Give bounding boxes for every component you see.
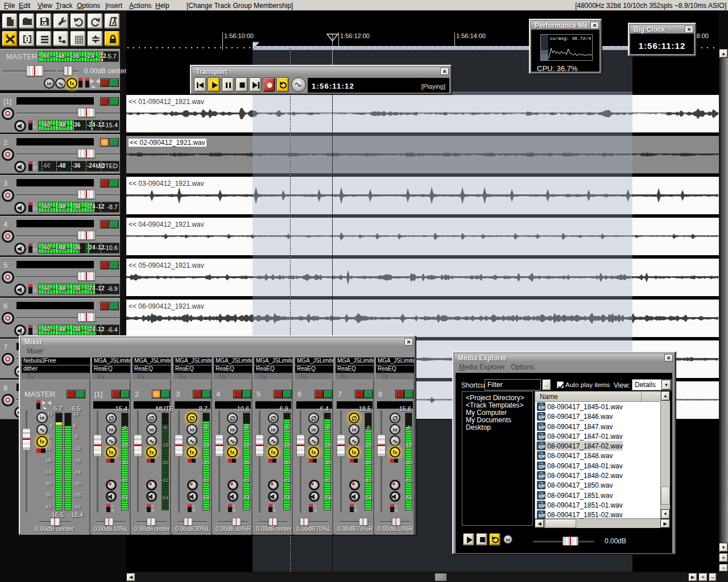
svg-text:XM: XM — [538, 513, 545, 518]
svg-text:XM: XM — [538, 464, 545, 469]
svg-text:XM: XM — [538, 473, 545, 479]
svg-text:XM: XM — [538, 454, 545, 459]
svg-text:XM: XM — [538, 425, 545, 430]
svg-text:XM: XM — [538, 444, 545, 449]
svg-text:XM: XM — [538, 414, 545, 419]
svg-text:XM: XM — [538, 405, 545, 410]
svg-text:XM: XM — [538, 483, 545, 488]
svg-text:XM: XM — [538, 493, 545, 498]
svg-text:XM: XM — [538, 434, 545, 439]
svg-text:XM: XM — [538, 503, 545, 508]
